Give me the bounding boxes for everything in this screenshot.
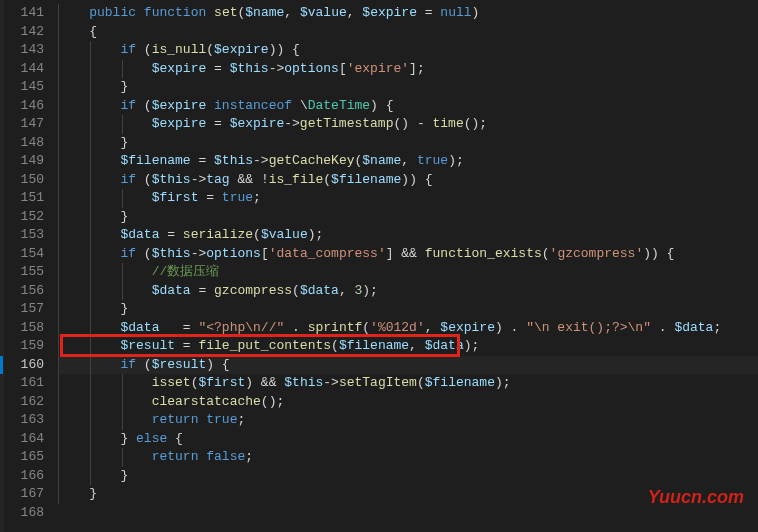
code-text: return true; [58, 412, 245, 427]
code-line[interactable] [58, 504, 758, 523]
code-text: //数据压缩 [58, 264, 219, 279]
code-text: if (is_null($expire)) { [58, 42, 300, 57]
code-line[interactable]: if ($this->options['data_compress'] && f… [58, 245, 758, 264]
code-line[interactable]: if ($expire instanceof \DateTime) { [58, 97, 758, 116]
code-text: $data = gzcompress($data, 3); [58, 283, 378, 298]
code-text: if ($expire instanceof \DateTime) { [58, 98, 394, 113]
code-line[interactable]: { [58, 23, 758, 42]
code-line[interactable]: return true; [58, 411, 758, 430]
line-number: 145 [0, 78, 44, 97]
line-number: 154 [0, 245, 44, 264]
code-text: $expire = $this->options['expire']; [58, 61, 425, 76]
code-text: $filename = $this->getCacheKey($name, tr… [58, 153, 464, 168]
line-number: 158 [0, 319, 44, 338]
line-number: 157 [0, 300, 44, 319]
code-text: if ($this->options['data_compress'] && f… [58, 246, 674, 261]
code-text: $data = serialize($value); [58, 227, 323, 242]
editor-left-strip [0, 0, 4, 532]
code-line[interactable]: } [58, 208, 758, 227]
line-number: 142 [0, 23, 44, 42]
line-number: 153 [0, 226, 44, 245]
code-line[interactable]: $data = gzcompress($data, 3); [58, 282, 758, 301]
code-text: { [58, 24, 97, 39]
code-text: isset($first) && $this->setTagItem($file… [58, 375, 511, 390]
code-text: } [58, 79, 128, 94]
code-line[interactable]: $expire = $this->options['expire']; [58, 60, 758, 79]
code-text: $data = "<?php\n//" . sprintf('%012d', $… [58, 320, 721, 335]
code-line[interactable]: } else { [58, 430, 758, 449]
code-line[interactable]: } [58, 134, 758, 153]
line-number: 164 [0, 430, 44, 449]
code-line[interactable]: } [58, 300, 758, 319]
line-number: 152 [0, 208, 44, 227]
line-number: 156 [0, 282, 44, 301]
line-number: 146 [0, 97, 44, 116]
line-number: 165 [0, 448, 44, 467]
code-line[interactable]: } [58, 78, 758, 97]
line-number: 151 [0, 189, 44, 208]
code-line[interactable]: $filename = $this->getCacheKey($name, tr… [58, 152, 758, 171]
line-number: 162 [0, 393, 44, 412]
line-number: 167 [0, 485, 44, 504]
code-line[interactable]: clearstatcache(); [58, 393, 758, 412]
code-text: } [58, 301, 128, 316]
line-number: 160 [0, 356, 44, 375]
code-line[interactable]: isset($first) && $this->setTagItem($file… [58, 374, 758, 393]
code-text: $result = file_put_contents($filename, $… [58, 338, 479, 353]
code-text: if ($result) { [58, 357, 230, 372]
line-number: 150 [0, 171, 44, 190]
code-text: } [58, 209, 128, 224]
code-line[interactable]: public function set($name, $value, $expi… [58, 4, 758, 23]
line-number: 163 [0, 411, 44, 430]
code-line[interactable]: //数据压缩 [58, 263, 758, 282]
code-text: return false; [58, 449, 253, 464]
line-number: 155 [0, 263, 44, 282]
code-text: } [58, 135, 128, 150]
code-line[interactable]: $result = file_put_contents($filename, $… [58, 337, 758, 356]
current-line-marker [0, 356, 3, 375]
code-line[interactable]: if (is_null($expire)) { [58, 41, 758, 60]
code-text: } [58, 468, 128, 483]
code-text: } [58, 486, 97, 501]
code-line[interactable]: if ($this->tag && !is_file($filename)) { [58, 171, 758, 190]
line-number: 141 [0, 4, 44, 23]
code-line[interactable]: $data = "<?php\n//" . sprintf('%012d', $… [58, 319, 758, 338]
line-number: 168 [0, 504, 44, 523]
code-text: if ($this->tag && !is_file($filename)) { [58, 172, 433, 187]
code-line[interactable]: } [58, 485, 758, 504]
code-text: } else { [58, 431, 183, 446]
code-line[interactable]: } [58, 467, 758, 486]
line-number: 149 [0, 152, 44, 171]
code-line[interactable]: $first = true; [58, 189, 758, 208]
line-number: 148 [0, 134, 44, 153]
line-number: 166 [0, 467, 44, 486]
line-number: 144 [0, 60, 44, 79]
code-text: clearstatcache(); [58, 394, 284, 409]
line-number-gutter[interactable]: 1411421431441451461471481491501511521531… [0, 0, 58, 532]
line-number: 143 [0, 41, 44, 60]
line-number: 161 [0, 374, 44, 393]
code-editor[interactable]: 1411421431441451461471481491501511521531… [0, 0, 758, 532]
code-line[interactable]: return false; [58, 448, 758, 467]
code-area[interactable]: public function set($name, $value, $expi… [58, 0, 758, 532]
code-line[interactable]: $expire = $expire->getTimestamp() - time… [58, 115, 758, 134]
code-text: public function set($name, $value, $expi… [58, 5, 479, 20]
line-number: 159 [0, 337, 44, 356]
line-number: 147 [0, 115, 44, 134]
code-text: $first = true; [58, 190, 261, 205]
code-line[interactable]: if ($result) { [58, 356, 758, 375]
code-line[interactable]: $data = serialize($value); [58, 226, 758, 245]
